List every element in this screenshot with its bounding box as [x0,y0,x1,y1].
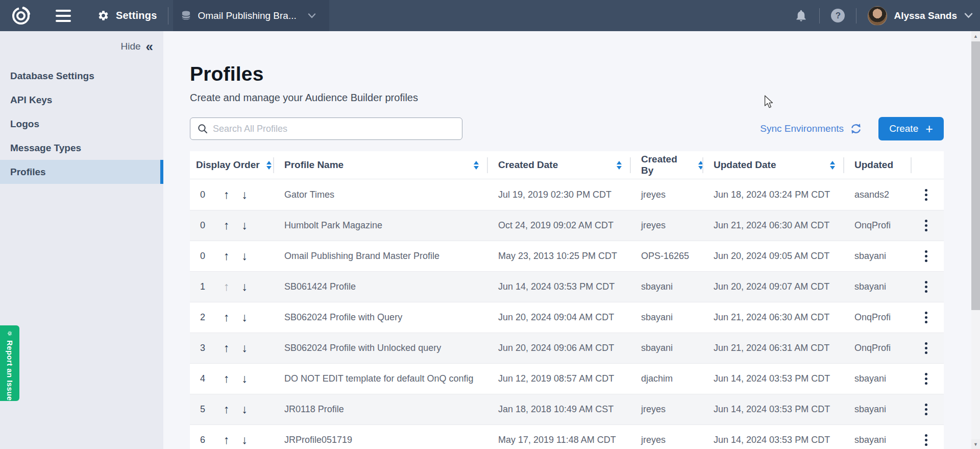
column-header-updated_by[interactable]: Updated [844,151,912,179]
created-date-value: May 23, 2013 10:25 PM CDT [498,251,617,262]
move-up-arrow-icon[interactable]: ↑ [224,404,230,415]
sort-down-triangle [698,166,703,170]
sidebar-item-message-types[interactable]: Message Types [0,136,163,160]
cell-updated-date: Jun 20, 2024 09:05 AM CDT [703,241,844,271]
move-down-arrow-icon[interactable]: ↓ [242,250,248,262]
column-header-order[interactable]: Display Order [190,151,274,179]
cell-profile-name[interactable]: JRProfile051719 [274,425,488,449]
create-button[interactable]: Create + [878,117,944,140]
scrollbar[interactable]: ▲ ▼ [971,31,980,449]
scroll-down-arrow[interactable]: ▼ [971,439,980,449]
profile-name-value: Gator Times [284,190,334,200]
database-selector[interactable]: Omail Publishing Bra... [173,0,329,31]
sort-icon[interactable] [266,161,272,170]
move-down-arrow-icon[interactable]: ↓ [242,220,248,231]
profile-name-value: Omail Publishing Brand Master Profile [284,251,439,262]
row-menu-kebab-icon[interactable] [922,340,930,356]
menu-icon[interactable] [56,10,71,22]
sort-icon[interactable] [830,161,835,170]
sidebar-item-profiles[interactable]: Profiles [0,160,163,184]
help-button[interactable]: ? [831,9,845,22]
report-issue-label: Report an Issue [6,340,14,401]
table-row: 3↑↓SB062024 Profile with Unlocked queryJ… [190,333,944,363]
column-header-created_by[interactable]: Created By [631,151,703,179]
cell-display-order: 3↑↓ [190,333,274,363]
cell-updated-date: Jun 21, 2024 06:30 AM CDT [703,210,844,241]
move-up-arrow-icon[interactable]: ↑ [224,189,230,201]
sidebar-item-logos[interactable]: Logos [0,112,163,136]
cell-display-order: 2↑↓ [190,302,274,333]
cell-created-date: May 17, 2019 11:48 AM CDT [488,425,631,449]
cell-row-menu [912,333,944,363]
sidebar-nav: Database SettingsAPI KeysLogosMessage Ty… [0,64,163,184]
row-menu-kebab-icon[interactable] [922,432,930,448]
column-header-created[interactable]: Created Date [488,151,631,179]
cell-profile-name[interactable]: JR0118 Profile [274,394,488,424]
cell-profile-name[interactable]: DO NOT EDIT template for default OnQ con… [274,364,488,394]
move-down-arrow-icon[interactable]: ↓ [242,373,248,385]
move-down-arrow-icon[interactable]: ↓ [242,312,248,323]
move-up-arrow-icon[interactable]: ↑ [224,220,230,231]
settings-nav[interactable]: Settings [97,10,157,21]
cell-profile-name[interactable]: Humbolt Park Magazine [274,210,488,241]
sort-down-triangle [266,166,272,170]
row-menu-kebab-icon[interactable] [922,187,930,203]
scrollbar-thumb[interactable] [971,41,980,310]
move-down-arrow-icon[interactable]: ↓ [242,404,248,415]
cell-display-order: 1↑↓ [190,272,274,302]
cell-profile-name[interactable]: Omail Publishing Brand Master Profile [274,241,488,271]
cell-created-date: Jun 20, 2024 09:06 AM CDT [488,333,631,363]
cell-profile-name[interactable]: SB061424 Profile [274,272,488,302]
sidebar-hide-toggle[interactable]: Hide « [0,39,153,54]
main-content: Profiles Create and manage your Audience… [163,31,971,449]
move-up-arrow-icon[interactable]: ↑ [224,373,230,385]
sort-icon[interactable] [698,161,703,170]
omeda-logo-icon[interactable] [10,5,32,27]
search-input[interactable] [213,124,456,134]
cell-created-date: Jan 18, 2018 10:49 AM CST [488,394,631,424]
updated-date-value: Jun 14, 2024 03:53 PM CDT [714,435,830,445]
cell-profile-name[interactable]: Gator Times [274,179,488,210]
move-down-arrow-icon[interactable]: ↓ [242,189,248,201]
cell-profile-name[interactable]: SB062024 Profile with Query [274,302,488,333]
updated-by-value: OnqProfi [854,312,891,323]
row-menu-kebab-icon[interactable] [922,371,930,387]
table-row: 0↑↓Omail Publishing Brand Master Profile… [190,241,944,271]
move-down-arrow-icon[interactable]: ↓ [242,342,248,354]
scroll-up-arrow[interactable]: ▲ [971,31,980,41]
move-up-arrow-icon[interactable]: ↑ [224,281,230,293]
sort-icon[interactable] [617,161,622,170]
row-menu-kebab-icon[interactable] [922,310,930,325]
move-up-arrow-icon[interactable]: ↑ [224,312,230,323]
user-menu-chevron-icon[interactable] [964,13,973,18]
sidebar-item-database-settings[interactable]: Database Settings [0,64,163,88]
profile-name-value: Humbolt Park Magazine [284,220,382,231]
move-up-arrow-icon[interactable]: ↑ [224,342,230,354]
move-down-arrow-icon[interactable]: ↓ [242,281,248,293]
topbar-divider [168,7,168,25]
table-row: 2↑↓SB062024 Profile with QueryJun 20, 20… [190,302,944,333]
sort-up-triangle [830,161,835,164]
cell-updated-by: sbayani [844,272,912,302]
cell-updated-date: Jun 21, 2024 06:31 AM CDT [703,333,844,363]
sort-up-triangle [698,161,703,164]
sync-environments-link[interactable]: Sync Environments [760,122,863,135]
app-window: Settings Omail Publishing Bra... [0,0,980,449]
move-down-arrow-icon[interactable]: ↓ [242,434,248,446]
row-menu-kebab-icon[interactable] [922,248,930,264]
user-avatar[interactable] [868,6,887,26]
hide-label: Hide [120,41,140,52]
column-header-name[interactable]: Profile Name [274,151,488,179]
row-menu-kebab-icon[interactable] [922,279,930,295]
notifications-button[interactable] [794,9,808,22]
database-selector-label: Omail Publishing Bra... [198,10,308,21]
report-issue-tab[interactable]: Report an Issue [0,325,19,401]
sort-icon[interactable] [474,161,479,170]
move-up-arrow-icon[interactable]: ↑ [224,434,230,446]
row-menu-kebab-icon[interactable] [922,218,930,233]
sidebar-item-api-keys[interactable]: API Keys [0,88,163,112]
cell-profile-name[interactable]: SB062024 Profile with Unlocked query [274,333,488,363]
column-header-updated[interactable]: Updated Date [703,151,844,179]
row-menu-kebab-icon[interactable] [922,401,930,417]
move-up-arrow-icon[interactable]: ↑ [224,250,230,262]
